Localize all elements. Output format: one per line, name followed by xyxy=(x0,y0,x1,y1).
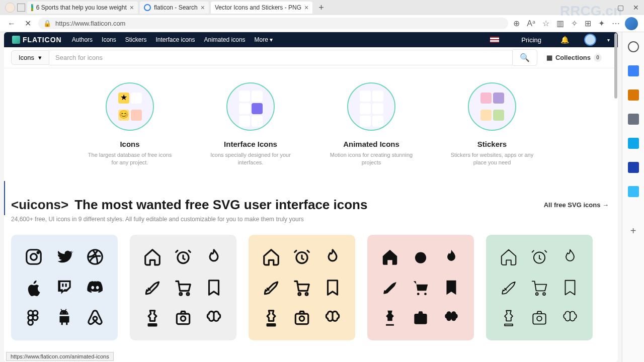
category-desc: Motion icons for creating stunning proje… xyxy=(326,151,417,167)
sidebar-games-icon[interactable] xyxy=(628,114,639,125)
collections-button[interactable]: ▦ Collections 0 xyxy=(546,54,602,62)
chess-icon xyxy=(379,307,400,328)
sidebar-tools-icon[interactable] xyxy=(628,89,639,101)
site-navbar: FLATICON Authors Icons Stickers Interfac… xyxy=(4,32,618,47)
cart-icon xyxy=(173,277,194,298)
rocket-icon xyxy=(261,277,282,298)
window-restore-icon[interactable]: ▢ xyxy=(617,4,624,12)
svg-rect-18 xyxy=(295,314,308,325)
rocket-icon xyxy=(498,277,519,298)
nav-link-more[interactable]: More ▾ xyxy=(255,36,273,43)
svg-point-19 xyxy=(299,316,304,321)
flame-icon xyxy=(203,246,224,267)
url-input[interactable]: 🔒 https://www.flaticon.com xyxy=(38,18,508,29)
discord-icon xyxy=(85,277,106,298)
nav-link-stickers[interactable]: Stickers xyxy=(125,36,147,43)
search-icon: 🔍 xyxy=(520,53,530,62)
sidebar-search-icon[interactable] xyxy=(628,41,639,52)
category-interface-icons[interactable]: Interface Icons Icons specially designed… xyxy=(205,82,296,167)
avatar-chevron-icon[interactable]: ▾ xyxy=(607,37,610,43)
camera-icon xyxy=(410,307,431,328)
svg-point-1 xyxy=(30,254,37,260)
search-type-dropdown[interactable]: Icons ▾ xyxy=(11,50,49,65)
window-close-icon[interactable]: ✕ xyxy=(633,4,639,12)
svg-point-8 xyxy=(28,320,33,325)
rocket-icon xyxy=(379,277,400,298)
svg-point-9 xyxy=(93,317,97,321)
category-stickers[interactable]: Stickers Stickers for websites, apps or … xyxy=(447,82,537,167)
alarm-icon xyxy=(410,246,431,267)
search-button[interactable]: 🔍 xyxy=(513,49,537,66)
back-button[interactable]: ← xyxy=(6,18,17,29)
tab-close-icon[interactable]: × xyxy=(201,4,205,12)
browser-tab-active[interactable]: Vector Icons and Stickers - PNG × xyxy=(211,2,312,14)
icon-style-card[interactable] xyxy=(486,235,593,340)
svg-point-29 xyxy=(537,316,542,321)
category-desc: Icons specially designed for your interf… xyxy=(205,151,296,167)
apple-icon xyxy=(23,277,44,298)
collections-icon[interactable]: ✦ xyxy=(598,19,605,28)
nav-link-icons[interactable]: Icons xyxy=(102,36,116,43)
user-avatar[interactable] xyxy=(584,34,596,46)
nav-link-interface[interactable]: Interface icons xyxy=(155,36,195,43)
sidebar-shopping-icon[interactable] xyxy=(628,65,639,76)
stop-loading-button[interactable]: ✕ xyxy=(22,18,33,29)
chess-icon xyxy=(142,307,163,328)
sidebar-office-icon[interactable] xyxy=(628,138,639,149)
camera-icon xyxy=(291,307,312,328)
page-content: FLATICON Authors Icons Stickers Interfac… xyxy=(4,32,618,362)
sidebar-add-icon[interactable]: + xyxy=(630,225,636,237)
flame-icon xyxy=(441,246,462,267)
uicons-section: <uicons> The most wanted free SVG user i… xyxy=(4,187,618,345)
browser-tab[interactable]: 6 Sports that help you lose weight × xyxy=(27,2,138,14)
home-icon xyxy=(261,246,282,267)
airbnb-icon xyxy=(85,307,106,328)
category-animated-icons[interactable]: Animated Icons Motion icons for creating… xyxy=(326,82,417,167)
sidebar-send-icon[interactable] xyxy=(628,186,639,197)
read-aloud-icon[interactable]: Aᵃ xyxy=(527,19,535,28)
icon-style-card[interactable] xyxy=(130,235,236,340)
search-favicon-icon xyxy=(144,4,151,11)
zoom-icon[interactable]: ⊕ xyxy=(513,19,520,28)
home-icon xyxy=(142,246,163,267)
svg-point-16 xyxy=(298,293,301,295)
split-screen-icon[interactable]: ▥ xyxy=(556,19,564,28)
nav-link-animated[interactable]: Animated icons xyxy=(204,36,246,43)
tab-close-icon[interactable]: × xyxy=(304,4,308,12)
category-icons[interactable]: ★😊 Icons The largest database of free ic… xyxy=(85,82,175,167)
icon-style-card[interactable] xyxy=(367,235,474,340)
svg-point-11 xyxy=(180,293,182,295)
new-tab-button[interactable]: + xyxy=(314,2,328,14)
tab-close-icon[interactable]: × xyxy=(130,4,134,12)
svg-point-14 xyxy=(181,316,186,321)
scrollbar-thumb[interactable] xyxy=(614,33,617,99)
instagram-icon xyxy=(23,246,44,267)
favorites-bar-icon[interactable]: ✧ xyxy=(571,19,578,28)
uicons-tag: <uicons> xyxy=(11,197,68,213)
bookmark-icon xyxy=(203,277,224,298)
language-flag-icon[interactable] xyxy=(490,37,499,43)
extensions-icon[interactable]: ⊞ xyxy=(585,19,591,28)
icon-style-card[interactable] xyxy=(249,235,355,340)
tab-favicon-icon xyxy=(31,4,33,11)
icon-style-card[interactable] xyxy=(11,235,118,340)
svg-point-22 xyxy=(424,293,427,295)
browser-tab[interactable]: flaticon - Search × xyxy=(140,2,209,14)
profile-icon[interactable] xyxy=(5,3,15,13)
all-svg-link[interactable]: All free SVG icons → xyxy=(544,201,609,209)
sidebar-outlook-icon[interactable] xyxy=(628,162,639,173)
nav-link-authors[interactable]: Authors xyxy=(72,36,93,43)
search-input[interactable]: Search for icons xyxy=(49,50,513,65)
logo-mark-icon xyxy=(12,36,20,44)
browser-tab-strip: 6 Sports that help you lose weight × fla… xyxy=(0,0,644,15)
tab-actions-icon[interactable] xyxy=(17,4,25,12)
nav-pricing[interactable]: Pricing xyxy=(521,36,541,44)
address-bar: ← ✕ 🔒 https://www.flaticon.com ⊕ Aᵃ ☆ ▥ … xyxy=(0,15,644,32)
favorite-icon[interactable]: ☆ xyxy=(542,19,549,28)
notifications-icon[interactable]: 🔔 xyxy=(560,36,569,44)
alarm-icon xyxy=(173,246,194,267)
browser-profile-icon[interactable] xyxy=(625,17,638,30)
cart-icon xyxy=(291,277,312,298)
more-icon[interactable]: ⋯ xyxy=(612,19,620,28)
site-logo[interactable]: FLATICON xyxy=(12,36,62,44)
